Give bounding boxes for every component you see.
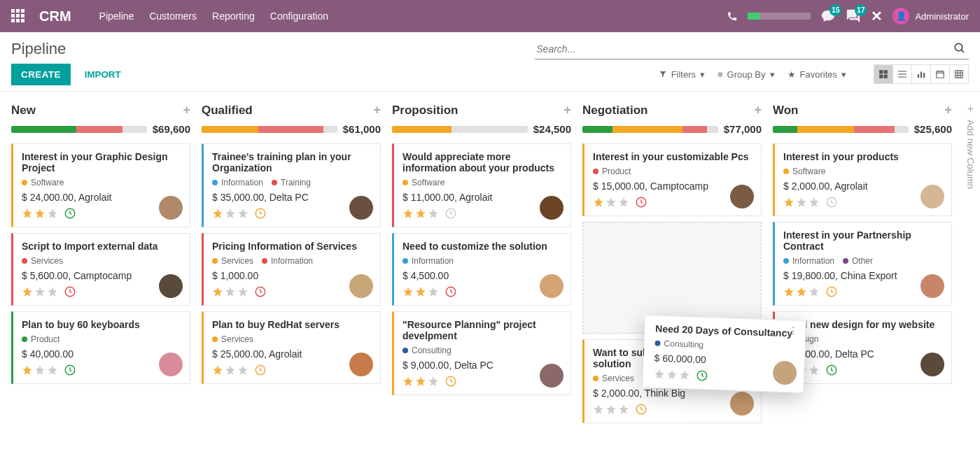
kanban-card[interactable]: Script to Import external data Services … xyxy=(11,233,190,306)
card-avatar[interactable] xyxy=(920,185,944,208)
list-view-button[interactable] xyxy=(892,64,912,84)
activities-icon[interactable]: 17 xyxy=(846,8,861,24)
close-icon[interactable]: ✕ xyxy=(871,8,883,24)
activity-state-icon[interactable] xyxy=(635,403,648,416)
activity-state-icon[interactable] xyxy=(64,285,76,298)
card-avatar[interactable] xyxy=(730,185,754,208)
kanban-card[interactable]: Trainee's training plan in your Organiza… xyxy=(202,143,381,227)
create-button[interactable]: CREATE xyxy=(11,64,71,85)
column-progressbar[interactable] xyxy=(582,126,718,133)
activity-state-icon[interactable] xyxy=(64,207,76,220)
kanban-view-button[interactable] xyxy=(874,64,893,84)
activity-state-icon[interactable] xyxy=(825,285,838,298)
priority-star[interactable] xyxy=(22,286,33,297)
priority-star[interactable] xyxy=(808,364,820,376)
kanban-card[interactable]: Plan to buy RedHat servers Services $ 25… xyxy=(202,311,381,384)
priority-star[interactable] xyxy=(415,376,426,387)
priority-star[interactable] xyxy=(679,369,691,381)
kanban-card[interactable]: Interest in your customizable Pcs Produc… xyxy=(582,143,762,216)
activity-state-icon[interactable] xyxy=(444,207,457,220)
priority-star[interactable] xyxy=(47,208,58,219)
card-avatar[interactable] xyxy=(540,274,564,298)
card-avatar[interactable] xyxy=(159,196,183,220)
card-avatar[interactable] xyxy=(159,353,183,376)
priority-star[interactable] xyxy=(47,286,58,297)
groupby-dropdown[interactable]: ≡Group By▾ xyxy=(718,69,775,80)
quick-create-button[interactable]: + xyxy=(564,103,571,118)
priority-star[interactable] xyxy=(34,364,46,376)
graph-view-button[interactable] xyxy=(911,64,931,84)
priority-star[interactable] xyxy=(225,286,236,297)
kanban-card[interactable]: "Resource Planning" project develpment C… xyxy=(392,311,571,395)
activity-state-icon[interactable] xyxy=(825,364,838,376)
card-avatar[interactable] xyxy=(920,353,944,376)
messages-icon[interactable]: 15 xyxy=(820,8,836,24)
priority-star[interactable] xyxy=(212,208,223,219)
calendar-view-button[interactable] xyxy=(930,64,950,84)
nav-customers[interactable]: Customers xyxy=(149,10,197,22)
activity-state-icon[interactable] xyxy=(64,364,76,376)
priority-star[interactable] xyxy=(34,208,46,219)
priority-star[interactable] xyxy=(618,404,629,415)
add-column-button[interactable]: +Add new Column xyxy=(965,103,976,189)
priority-star[interactable] xyxy=(783,197,794,208)
priority-star[interactable] xyxy=(428,208,439,219)
column-progressbar[interactable] xyxy=(392,126,528,133)
progress-bar[interactable] xyxy=(748,13,811,20)
column-progressbar[interactable] xyxy=(11,126,147,133)
activity-state-icon[interactable] xyxy=(635,196,648,208)
kanban-card[interactable]: Interest in your Graphic Design Project … xyxy=(11,143,190,227)
priority-star[interactable] xyxy=(402,286,414,297)
search-input[interactable] xyxy=(535,39,969,59)
priority-star[interactable] xyxy=(225,364,236,376)
priority-star[interactable] xyxy=(593,404,604,415)
activity-state-icon[interactable] xyxy=(254,285,267,298)
card-avatar[interactable] xyxy=(540,196,564,220)
nav-reporting[interactable]: Reporting xyxy=(212,10,255,22)
kanban-card[interactable]: Need to customize the solution Informati… xyxy=(392,233,571,306)
quick-create-button[interactable]: + xyxy=(944,103,952,118)
activity-state-icon[interactable] xyxy=(254,364,267,376)
priority-star[interactable] xyxy=(34,286,46,297)
quick-create-button[interactable]: + xyxy=(183,103,190,118)
priority-star[interactable] xyxy=(593,197,604,208)
apps-icon[interactable] xyxy=(11,9,25,23)
filters-dropdown[interactable]: Filters▾ xyxy=(659,69,705,80)
priority-star[interactable] xyxy=(654,368,666,380)
priority-star[interactable] xyxy=(237,208,248,219)
import-button[interactable]: IMPORT xyxy=(85,69,121,80)
kanban-card[interactable]: Interest in your Partnership Contract In… xyxy=(773,222,952,306)
priority-star[interactable] xyxy=(47,364,58,376)
card-avatar[interactable] xyxy=(920,274,944,298)
phone-icon[interactable] xyxy=(727,10,738,22)
priority-star[interactable] xyxy=(415,286,426,297)
priority-star[interactable] xyxy=(402,376,414,387)
card-avatar[interactable] xyxy=(349,274,373,298)
card-avatar[interactable] xyxy=(349,353,373,376)
quick-create-button[interactable]: + xyxy=(373,103,381,118)
kanban-card[interactable]: Pricing Information of Services Services… xyxy=(202,233,381,306)
activity-state-icon[interactable] xyxy=(254,207,267,220)
priority-star[interactable] xyxy=(237,286,248,297)
column-progressbar[interactable] xyxy=(773,126,909,133)
priority-star[interactable] xyxy=(808,286,820,297)
priority-star[interactable] xyxy=(796,286,807,297)
priority-star[interactable] xyxy=(237,364,248,376)
priority-star[interactable] xyxy=(212,364,223,376)
user-menu[interactable]: 👤 Administrator xyxy=(892,8,969,24)
priority-star[interactable] xyxy=(428,376,439,387)
activity-state-icon[interactable] xyxy=(825,196,838,208)
priority-star[interactable] xyxy=(225,208,236,219)
card-avatar[interactable] xyxy=(159,274,183,298)
priority-star[interactable] xyxy=(666,369,678,381)
search-icon[interactable] xyxy=(953,42,966,55)
priority-star[interactable] xyxy=(796,197,807,208)
favorites-dropdown[interactable]: ★Favorites▾ xyxy=(788,69,846,80)
priority-star[interactable] xyxy=(22,208,33,219)
kanban-card[interactable]: Would appreciate more information about … xyxy=(392,143,571,227)
nav-configuration[interactable]: Configuration xyxy=(270,10,328,22)
priority-star[interactable] xyxy=(402,208,414,219)
nav-pipeline[interactable]: Pipeline xyxy=(99,10,134,22)
priority-star[interactable] xyxy=(428,286,439,297)
card-avatar[interactable] xyxy=(540,364,564,388)
